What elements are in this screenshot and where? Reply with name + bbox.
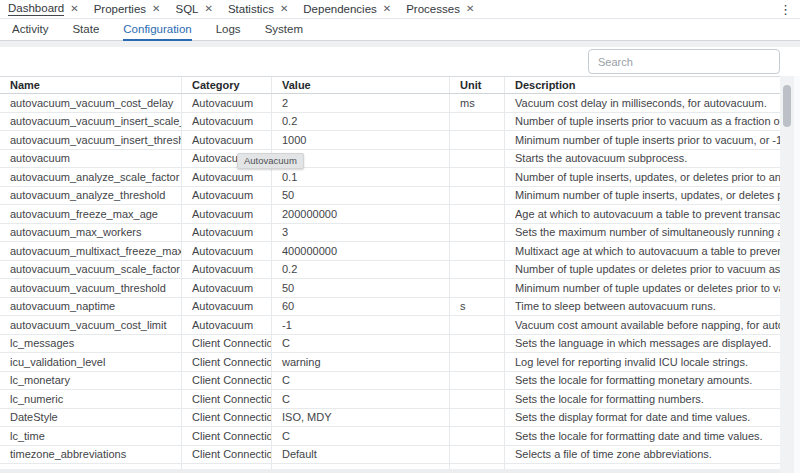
table-row[interactable]: lc_numericClient Connection DefaultsCSet… <box>0 390 780 409</box>
table-row[interactable]: autovacuumAutovacuumonStarts the autovac… <box>0 150 780 169</box>
sub-tab-configuration[interactable]: Configuration <box>123 19 191 41</box>
close-icon[interactable]: ✕ <box>204 4 212 14</box>
close-icon[interactable]: ✕ <box>466 4 474 14</box>
table-row[interactable]: autovacuum_max_workersAutovacuum3Sets th… <box>0 224 780 243</box>
sub-tab-logs[interactable]: Logs <box>216 19 241 41</box>
cell-name: autovacuum_vacuum_insert_threshold <box>0 131 182 149</box>
table-row[interactable]: autovacuum_analyze_thresholdAutovacuum50… <box>0 187 780 206</box>
cell-unit: s <box>450 298 505 316</box>
cell-category: Autovacuum <box>182 131 272 149</box>
table-row[interactable]: autovacuum_vacuum_scale_factorAutovacuum… <box>0 261 780 280</box>
vertical-scrollbar-thumb[interactable] <box>783 85 791 127</box>
kebab-menu-icon[interactable]: ⋮ <box>779 2 792 17</box>
column-header-name: Name <box>0 77 182 93</box>
cell-description: Starts the autovacuum subprocess. <box>505 150 780 168</box>
cell-value: ISO, MDY <box>272 409 450 427</box>
cell-value: -1 <box>272 316 450 334</box>
table-row[interactable]: lc_messagesClient Connection DefaultsCSe… <box>0 335 780 354</box>
close-icon[interactable]: ✕ <box>383 4 391 14</box>
cell-value: 3 <box>272 224 450 242</box>
cell-category: Client Connection Defaults <box>182 372 272 390</box>
main-tab-sql[interactable]: SQL✕ <box>175 3 212 16</box>
cell-name: autovacuum_vacuum_threshold <box>0 279 182 297</box>
table-row[interactable]: autovacuum_freeze_max_ageAutovacuum20000… <box>0 205 780 224</box>
table-row[interactable]: autovacuum_vacuum_thresholdAutovacuum50M… <box>0 279 780 298</box>
cell-unit <box>450 316 505 334</box>
sub-tab-activity[interactable]: Activity <box>12 19 48 41</box>
horizontal-scrollbar[interactable] <box>0 469 780 473</box>
cell-description: Selects a file of time zone abbreviation… <box>505 446 780 464</box>
cell-description: Minimum number of tuple inserts, updates… <box>505 187 780 205</box>
cell-category: Autovacuum <box>182 279 272 297</box>
cell-unit <box>450 335 505 353</box>
main-tab-dependencies[interactable]: Dependencies✕ <box>303 3 391 16</box>
cell-category: Autovacuum <box>182 316 272 334</box>
main-tab-label: SQL <box>175 3 198 16</box>
cell-category: Autovacuum <box>182 224 272 242</box>
cell-description: Number of tuple inserts, updates, or del… <box>505 168 780 186</box>
table-row[interactable]: lc_monetaryClient Connection DefaultsCSe… <box>0 372 780 391</box>
main-tab-properties[interactable]: Properties✕ <box>94 3 161 16</box>
cell-value: 400000000 <box>272 242 450 260</box>
cell-unit <box>450 427 505 445</box>
main-tab-dashboard[interactable]: Dashboard✕ <box>8 2 79 16</box>
table-row[interactable]: autovacuum_vacuum_cost_delayAutovacuum2m… <box>0 94 780 113</box>
cell-description: Sets the language in which messages are … <box>505 335 780 353</box>
cell-category: Autovacuum <box>182 261 272 279</box>
cell-value: 50 <box>272 279 450 297</box>
close-icon[interactable]: ✕ <box>152 4 160 14</box>
table-row[interactable]: autovacuum_vacuum_insert_thresholdAutova… <box>0 131 780 150</box>
table-row[interactable]: autovacuum_vacuum_insert_scale_factorAut… <box>0 113 780 132</box>
column-header-description: Description <box>505 77 780 93</box>
table-row[interactable]: autovacuum_vacuum_cost_limitAutovacuum-1… <box>0 316 780 335</box>
cell-name: autovacuum_freeze_max_age <box>0 205 182 223</box>
cell-value: warning <box>272 353 450 371</box>
main-tab-label: Statistics <box>228 3 274 16</box>
cell-value: C <box>272 372 450 390</box>
cell-value: 0.2 <box>272 113 450 131</box>
cell-name: autovacuum_max_workers <box>0 224 182 242</box>
cell-unit <box>450 150 505 168</box>
cell-category: Autovacuum <box>182 94 272 112</box>
table-row[interactable]: icu_validation_levelClient Connection De… <box>0 353 780 372</box>
cell-description: Sets the maximum number of simultaneousl… <box>505 224 780 242</box>
table-row[interactable]: timezone_abbreviationsClient Connection … <box>0 446 780 465</box>
cell-unit <box>450 168 505 186</box>
cell-value: 1000 <box>272 131 450 149</box>
table-row[interactable]: lc_timeClient Connection DefaultsCSets t… <box>0 427 780 446</box>
cell-description: Log level for reporting invalid ICU loca… <box>505 353 780 371</box>
cell-category: Client Connection Defaults <box>182 446 272 464</box>
sub-tab-state[interactable]: State <box>72 19 99 41</box>
cell-description: Number of tuple updates or deletes prior… <box>505 261 780 279</box>
table-row[interactable]: autovacuum_multixact_freeze_max_ageAutov… <box>0 242 780 261</box>
configuration-table: NameCategoryValueUnitDescription autovac… <box>0 76 780 473</box>
table-row[interactable]: autovacuum_naptimeAutovacuum60sTime to s… <box>0 298 780 317</box>
cell-description: Sets the locale for formatting monetary … <box>505 372 780 390</box>
cell-description: Sets the locale for formatting date and … <box>505 427 780 445</box>
cell-category: Autovacuum <box>182 187 272 205</box>
table-row[interactable]: autovacuum_analyze_scale_factorAutovacuu… <box>0 168 780 187</box>
vertical-scrollbar[interactable] <box>780 76 794 473</box>
main-tab-processes[interactable]: Processes✕ <box>406 3 474 16</box>
cell-name: autovacuum_vacuum_cost_delay <box>0 94 182 112</box>
sub-tab-bar: ActivityStateConfigurationLogsSystem <box>0 19 800 41</box>
dashboard-panel: Dashboard✕Properties✕SQL✕Statistics✕Depe… <box>0 0 800 473</box>
cell-description: Minimum number of tuple inserts prior to… <box>505 131 780 149</box>
cell-category: Client Connection Defaults <box>182 390 272 408</box>
cell-name: lc_messages <box>0 335 182 353</box>
cell-unit <box>450 353 505 371</box>
close-icon[interactable]: ✕ <box>280 4 288 14</box>
cell-category: Client Connection Defaults <box>182 353 272 371</box>
close-icon[interactable]: ✕ <box>70 4 78 14</box>
cell-unit <box>450 261 505 279</box>
cell-name: lc_numeric <box>0 390 182 408</box>
table-row[interactable]: DateStyleClient Connection DefaultsISO, … <box>0 409 780 428</box>
cell-category: Client Connection Defaults <box>182 335 272 353</box>
cell-description: Age at which to autovacuum a table to pr… <box>505 205 780 223</box>
cell-unit <box>450 446 505 464</box>
main-tab-statistics[interactable]: Statistics✕ <box>228 3 288 16</box>
cell-value: C <box>272 390 450 408</box>
search-input[interactable] <box>588 49 780 74</box>
sub-tab-system[interactable]: System <box>265 19 303 41</box>
cell-description: Minimum number of tuple updates or delet… <box>505 279 780 297</box>
